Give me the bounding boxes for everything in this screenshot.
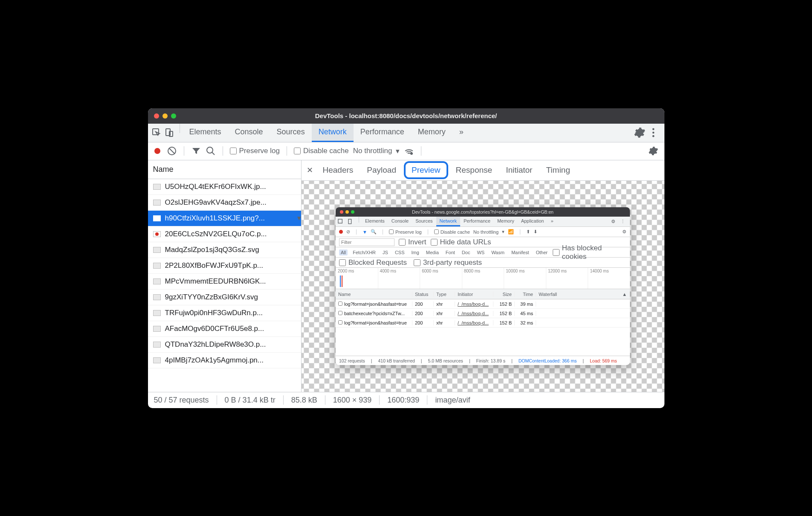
content-area: Name U5OHzQL4tEKFr6OFIxWK.jp...O2slJEHG9… <box>148 160 664 392</box>
inner-kebab-icon: ⋮ <box>619 218 626 226</box>
titlebar: DevTools - localhost:8080/docs/devtools/… <box>148 108 664 124</box>
inner-tab-elements: Elements <box>362 217 388 226</box>
inner-settings-icon: ⚙ <box>609 218 617 226</box>
tab-more[interactable]: » <box>452 124 470 142</box>
detail-tab-response[interactable]: Response <box>450 162 499 178</box>
svg-line-9 <box>212 152 215 155</box>
request-row[interactable]: 20E6CLcSzNV2GELQu7oC.p... <box>148 226 301 242</box>
svg-rect-11 <box>338 219 342 223</box>
requests-list: U5OHzQL4tEKFr6OFIxWK.jp...O2slJEHG9avKV4… <box>148 179 301 392</box>
request-row[interactable]: h90CtfziXluvh1LSSKJE.png?... <box>148 211 301 226</box>
inspect-icon[interactable] <box>151 128 162 138</box>
file-icon <box>153 342 161 348</box>
inner-download-icon: ⬇ <box>534 229 537 235</box>
timeline-tick: 2000 ms <box>336 268 378 289</box>
inner-hide-data-urls-checkbox: Hide data URLs <box>431 238 491 246</box>
inner-request-row: log?format=json&hasfast=true200xhr/_/mss… <box>336 299 630 309</box>
file-icon <box>153 247 161 253</box>
inner-tab-application: Application <box>518 217 548 226</box>
detail-tab-initiator[interactable]: Initiator <box>500 162 538 178</box>
request-name: 2P2L80XfBoFWJFxU9TpK.p... <box>165 261 264 270</box>
filter-icon[interactable] <box>191 146 201 156</box>
inner-filter-chip: All <box>339 249 348 255</box>
network-settings-icon[interactable] <box>648 146 658 156</box>
timeline-tick: 8000 ms <box>462 268 504 289</box>
main-tabs: Elements Console Sources Network Perform… <box>148 124 664 142</box>
tab-performance[interactable]: Performance <box>354 124 411 142</box>
file-icon <box>153 326 161 332</box>
device-mode-icon[interactable] <box>164 128 174 138</box>
tab-sources[interactable]: Sources <box>270 124 312 142</box>
clear-icon[interactable] <box>167 146 177 156</box>
detail-pane: ✕ Headers Payload Preview Response Initi… <box>302 160 664 392</box>
timeline-tick: 10000 ms <box>504 268 546 289</box>
inner-filter-icon: ▼ <box>362 229 367 235</box>
inner-tab-performance: Performance <box>460 217 494 226</box>
inner-col-size: Size <box>493 292 515 297</box>
export-har-icon[interactable] <box>443 146 453 156</box>
request-name: MPcVmmemtEEDURBN6lGK... <box>165 277 266 286</box>
record-button[interactable] <box>152 146 162 156</box>
detail-tab-timing[interactable]: Timing <box>540 162 576 178</box>
status-size: 85.8 kB <box>291 396 317 405</box>
timeline-tick: 14000 ms <box>588 268 630 289</box>
file-icon <box>153 278 161 284</box>
inner-status-domcontent: DOMContentLoaded: 366 ms <box>519 358 577 363</box>
request-row[interactable]: U5OHzQL4tEKFr6OFIxWK.jp... <box>148 179 301 195</box>
detail-tab-preview[interactable]: Preview <box>404 161 448 179</box>
inner-tab-console: Console <box>388 217 412 226</box>
tab-console[interactable]: Console <box>228 124 270 142</box>
file-icon <box>153 231 161 237</box>
inner-status-bar: 102 requests | 410 kB transferred | 5.0 … <box>336 356 630 365</box>
request-row[interactable]: AFacMOgv6D0CFTr6U5e8.p... <box>148 321 301 337</box>
preserve-log-checkbox[interactable]: Preserve log <box>230 147 280 155</box>
devtools-window: DevTools - localhost:8080/docs/devtools/… <box>148 108 664 408</box>
tab-memory[interactable]: Memory <box>411 124 452 142</box>
request-row[interactable]: 4pIMBj7zOAk1y5Agmmoj.pn... <box>148 353 301 368</box>
status-bar: 50 / 57 requests 0 B / 31.4 kB tr 85.8 k… <box>148 392 664 408</box>
inner-status-resources: 5.0 MB resources <box>428 358 463 363</box>
request-name: U5OHzQL4tEKFr6OFIxWK.jp... <box>165 183 266 191</box>
inner-status-finish: Finish: 13.89 s <box>476 358 505 363</box>
file-icon <box>153 310 161 316</box>
request-row[interactable]: MadqZslZpo1sj3qQ3GsZ.svg <box>148 242 301 258</box>
detail-tab-payload[interactable]: Payload <box>361 162 402 178</box>
inner-status-transferred: 410 kB transferred <box>378 358 415 363</box>
import-har-icon[interactable] <box>428 146 438 156</box>
kebab-menu-icon[interactable] <box>647 127 659 139</box>
inner-col-waterfall: Waterfall▲ <box>536 292 630 297</box>
disable-cache-checkbox[interactable]: Disable cache <box>294 147 349 155</box>
svg-point-10 <box>410 152 413 155</box>
file-icon <box>153 215 161 221</box>
timeline-tick: 4000 ms <box>378 268 420 289</box>
requests-sidebar: Name U5OHzQL4tEKFr6OFIxWK.jp...O2slJEHG9… <box>148 160 302 392</box>
request-row[interactable]: 9gzXiTYY0nZzBxGI6KrV.svg <box>148 290 301 305</box>
settings-icon[interactable] <box>634 127 646 139</box>
inner-filter-chip: Wasm <box>490 249 506 255</box>
detail-tab-headers[interactable]: Headers <box>317 162 360 178</box>
inner-timeline: 2000 ms4000 ms6000 ms8000 ms10000 ms1200… <box>336 268 630 289</box>
inner-blocked-requests-checkbox: Blocked Requests <box>339 258 407 267</box>
inner-window-title: DevTools - news.google.com/topstories?hl… <box>336 209 630 215</box>
svg-point-4 <box>652 132 654 134</box>
inner-filter-chip: Other <box>534 249 549 255</box>
network-conditions-icon[interactable] <box>404 146 414 156</box>
request-row[interactable]: QTDnaY32hLDipeRW8e3O.p... <box>148 337 301 353</box>
inner-tab-sources: Sources <box>412 217 436 226</box>
svg-point-3 <box>652 128 654 130</box>
tab-network[interactable]: Network <box>312 124 354 142</box>
request-row[interactable]: MPcVmmemtEEDURBN6lGK... <box>148 274 301 290</box>
request-name: MadqZslZpo1sj3qQ3GsZ.svg <box>165 246 259 254</box>
file-icon <box>153 263 161 269</box>
request-name: AFacMOgv6D0CFTr6U5e8.p... <box>165 325 264 333</box>
request-row[interactable]: O2slJEHG9avKV4aqzSx7.jpe... <box>148 195 301 211</box>
tab-elements[interactable]: Elements <box>183 124 228 142</box>
name-column-header[interactable]: Name <box>148 160 301 179</box>
search-icon[interactable] <box>206 146 216 156</box>
close-detail-icon[interactable]: ✕ <box>305 165 315 175</box>
timeline-tick: 6000 ms <box>420 268 462 289</box>
request-row[interactable]: 2P2L80XfBoFWJFxU9TpK.p... <box>148 258 301 274</box>
request-row[interactable]: TRFujw0pi0nHF3GwDuRn.p... <box>148 305 301 321</box>
status-mime: image/avif <box>435 396 470 405</box>
throttling-select[interactable]: No throttling <box>353 147 400 155</box>
